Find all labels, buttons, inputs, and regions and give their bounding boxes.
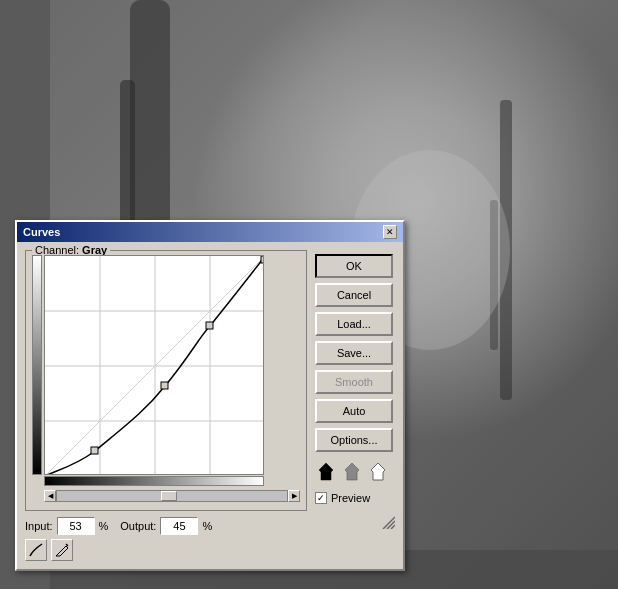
curve-outer [32, 255, 300, 486]
load-button[interactable]: Load... [315, 312, 393, 336]
scroll-track[interactable] [56, 490, 288, 502]
curves-dialog: Curves ✕ Channel: Gray [15, 220, 405, 571]
scroll-area: ◀ ▶ [44, 488, 300, 504]
dialog-body: Channel: Gray [17, 242, 403, 569]
svg-rect-19 [261, 256, 264, 263]
input-group: Input: % [25, 517, 108, 535]
vertical-gradient-bar [32, 255, 42, 475]
cancel-button[interactable]: Cancel [315, 283, 393, 307]
output-field[interactable] [160, 517, 198, 535]
options-button[interactable]: Options... [315, 428, 393, 452]
output-group: Output: % [120, 517, 212, 535]
preview-row: ✓ Preview [315, 492, 395, 504]
black-point-eyedropper[interactable] [315, 461, 337, 483]
scroll-thumb[interactable] [161, 491, 177, 501]
white-point-eyedropper[interactable] [367, 461, 389, 483]
right-panel: OK Cancel Load... Save... Smooth Auto Op… [315, 250, 395, 561]
svg-line-22 [391, 525, 395, 529]
close-button[interactable]: ✕ [383, 225, 397, 239]
curve-canvas[interactable] [44, 255, 264, 475]
resize-icon[interactable] [379, 513, 395, 529]
gray-point-eyedropper[interactable] [341, 461, 363, 483]
curve-tools [25, 539, 307, 561]
smooth-button[interactable]: Smooth [315, 370, 393, 394]
auto-button[interactable]: Auto [315, 399, 393, 423]
ok-button[interactable]: OK [315, 254, 393, 278]
output-label: Output: [120, 520, 156, 532]
dialog-titlebar: Curves ✕ [17, 222, 403, 242]
dialog-title: Curves [23, 226, 60, 238]
curve-right [44, 255, 264, 486]
svg-line-21 [387, 521, 395, 529]
svg-rect-17 [161, 382, 168, 389]
horizontal-gradient-bar [44, 476, 264, 486]
left-panel: Channel: Gray [25, 250, 307, 561]
scroll-right-button[interactable]: ▶ [288, 490, 300, 502]
curve-wrapper: ◀ ▶ [32, 255, 300, 504]
eyedropper-row [315, 461, 395, 483]
svg-rect-16 [91, 447, 98, 454]
io-row: Input: % Output: % [25, 517, 307, 535]
svg-rect-18 [206, 322, 213, 329]
save-button[interactable]: Save... [315, 341, 393, 365]
preview-checkbox[interactable]: ✓ [315, 492, 327, 504]
input-percent: % [99, 520, 109, 532]
preview-label: Preview [331, 492, 370, 504]
pencil-tool[interactable] [51, 539, 73, 561]
channel-group: Channel: Gray [25, 250, 307, 511]
output-percent: % [202, 520, 212, 532]
scroll-left-button[interactable]: ◀ [44, 490, 56, 502]
input-field[interactable] [57, 517, 95, 535]
curve-draw-tool[interactable] [25, 539, 47, 561]
input-label: Input: [25, 520, 53, 532]
